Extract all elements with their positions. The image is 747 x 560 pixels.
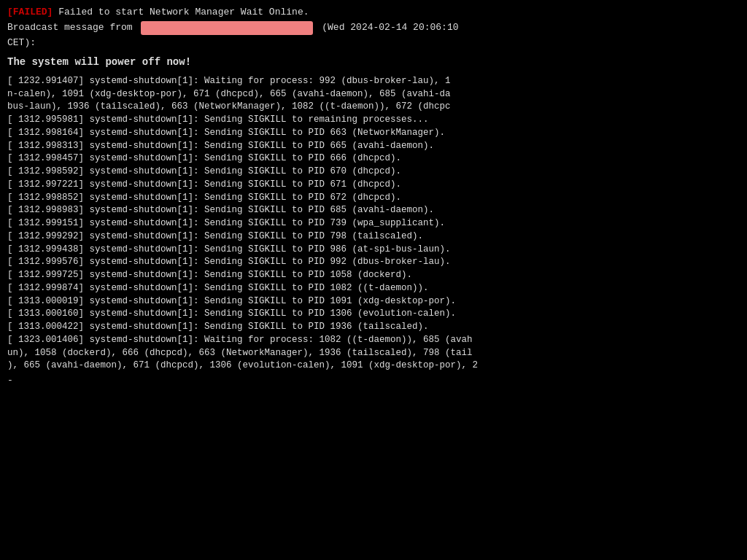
log-line: [ 1312.998457] systemd-shutdown[1]: Send… (7, 152, 740, 166)
log-line: [ 1312.999725] systemd-shutdown[1]: Send… (7, 269, 740, 282)
cursor-dash: - (7, 375, 13, 386)
log-output: [ 1232.991407] systemd-shutdown[1]: Wait… (7, 75, 740, 373)
redacted-hostname (141, 21, 313, 35)
log-line: [ 1312.995981] systemd-shutdown[1]: Send… (7, 114, 740, 127)
log-line: [ 1232.991407] systemd-shutdown[1]: Wait… (7, 75, 740, 88)
log-line: un), 1058 (dockerd), 666 (dhcpcd), 663 (… (7, 347, 740, 360)
broadcast-cet: CET): (7, 37, 36, 48)
power-off-message: The system will power off now! (7, 55, 740, 69)
log-line: [ 1313.000160] systemd-shutdown[1]: Send… (7, 308, 740, 321)
log-line: [ 1312.999438] systemd-shutdown[1]: Send… (7, 244, 740, 257)
broadcast-line: Broadcast message from (Wed 2024-02-14 2… (7, 21, 740, 35)
log-line: [ 1312.998852] systemd-shutdown[1]: Send… (7, 192, 740, 205)
log-line: [ 1313.000422] systemd-shutdown[1]: Send… (7, 321, 740, 334)
log-line: n-calen), 1091 (xdg-desktop-por), 671 (d… (7, 88, 740, 101)
log-line: [ 1312.999874] systemd-shutdown[1]: Send… (7, 282, 740, 295)
log-line: [ 1312.998164] systemd-shutdown[1]: Send… (7, 127, 740, 140)
log-line: [ 1312.998592] systemd-shutdown[1]: Send… (7, 166, 740, 179)
log-line: ), 665 (avahi-daemon), 671 (dhcpcd), 130… (7, 359, 740, 373)
broadcast-prefix: Broadcast message from (7, 22, 138, 33)
broadcast-suffix: (Wed 2024-02-14 20:06:10 (316, 22, 458, 33)
failed-badge: [FAILED] (7, 7, 53, 18)
log-line: [ 1312.999151] systemd-shutdown[1]: Send… (7, 217, 740, 230)
log-line: [ 1312.999292] systemd-shutdown[1]: Send… (7, 230, 740, 244)
log-line: [ 1312.998983] systemd-shutdown[1]: Send… (7, 204, 740, 217)
terminal-screen: [FAILED] Failed to start Network Manager… (7, 6, 740, 388)
failed-message: Failed to start Network Manager Wait Onl… (53, 7, 309, 18)
failed-header-line: [FAILED] Failed to start Network Manager… (7, 6, 740, 20)
log-line: [ 1312.999576] systemd-shutdown[1]: Send… (7, 256, 740, 269)
log-line: bus-laun), 1936 (tailscaled), 663 (Netwo… (7, 101, 740, 114)
cursor-line: - (7, 374, 740, 388)
log-line: [ 1312.998313] systemd-shutdown[1]: Send… (7, 140, 740, 153)
log-line: [ 1323.001406] systemd-shutdown[1]: Wait… (7, 334, 740, 347)
log-line: [ 1312.997221] systemd-shutdown[1]: Send… (7, 179, 740, 192)
log-line: [ 1313.000019] systemd-shutdown[1]: Send… (7, 295, 740, 308)
broadcast-cet-line: CET): (7, 36, 740, 50)
